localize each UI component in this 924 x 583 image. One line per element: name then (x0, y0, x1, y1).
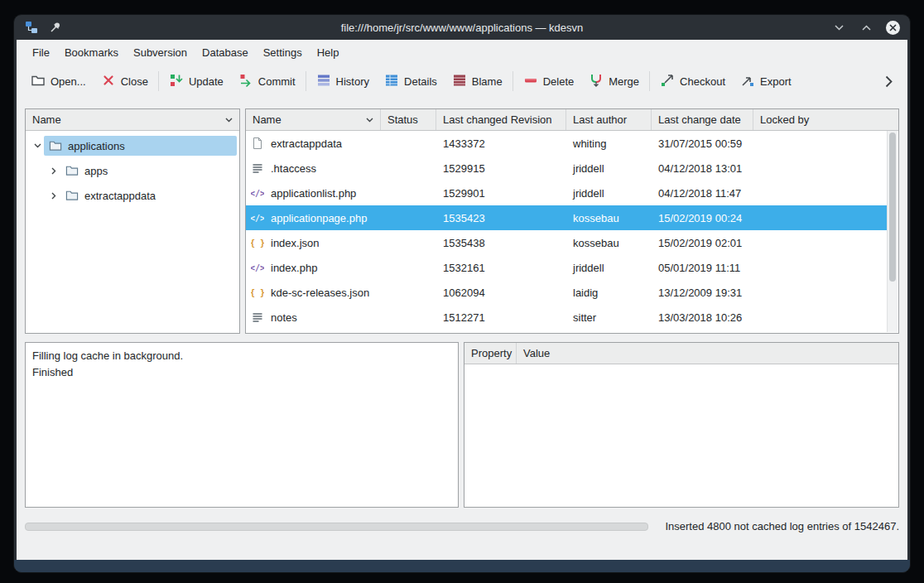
details-icon (384, 73, 399, 90)
details-button[interactable]: Details (377, 68, 445, 95)
generic-file-icon (251, 137, 264, 150)
merge-button[interactable]: Merge (581, 68, 647, 95)
maximize-button[interactable] (859, 20, 873, 35)
collapse-arrow-icon[interactable] (31, 143, 44, 148)
table-row[interactable]: </> applicationlist.php 1529901 jriddell… (246, 181, 888, 205)
menu-bookmarks[interactable]: Bookmarks (57, 46, 126, 59)
tree-item-label: extractappdata (84, 190, 156, 202)
menu-help[interactable]: Help (310, 46, 347, 59)
blame-icon (452, 73, 467, 90)
blame-button[interactable]: Blame (445, 68, 510, 95)
tree-item-extractappdata[interactable]: extractappdata (26, 183, 239, 208)
history-button[interactable]: History (309, 68, 377, 95)
checkout-icon (660, 73, 675, 90)
toolbar-separator (513, 71, 513, 91)
column-header-locked[interactable]: Locked by (753, 109, 898, 130)
export-icon (740, 73, 755, 90)
tree-header-name[interactable]: Name (26, 109, 239, 131)
json-file-icon: { } (251, 286, 264, 299)
php-file-icon: </> (251, 186, 264, 200)
delete-button[interactable]: Delete (516, 68, 582, 95)
svg-text:{ }: { } (251, 238, 264, 248)
toolbar-separator (306, 71, 306, 91)
repository-tree-panel: Name applications (25, 108, 240, 334)
menu-settings[interactable]: Settings (256, 46, 310, 59)
menu-file[interactable]: File (25, 46, 57, 59)
table-row[interactable]: { } kde-sc-releases.json 1062094 laidig … (246, 280, 888, 305)
svg-text:{ }: { } (251, 288, 264, 297)
window-title: file:///home/jr/src/www/www/applications… (14, 22, 910, 34)
table-row-selected[interactable]: </> applicationpage.php 1535423 kossebau… (246, 205, 888, 230)
column-header-status[interactable]: Status (381, 109, 436, 130)
file-list-panel: Name Status Last changed Revision Last a… (245, 108, 899, 334)
toolbar-overflow-button[interactable] (877, 72, 901, 91)
table-row[interactable]: </> index.php 1532161 jriddell 05/01/201… (246, 255, 888, 280)
svn-commit-icon (238, 73, 253, 90)
properties-header: Property Value (464, 343, 898, 364)
table-row[interactable]: { } index.json 1535438 kossebau 15/02/20… (246, 230, 888, 255)
tree-item-label: applications (68, 140, 125, 152)
kdesvn-app-icon[interactable] (24, 20, 39, 35)
window-frame-bottom (14, 560, 910, 572)
close-button[interactable] (886, 21, 900, 35)
svg-text:</>: </> (251, 263, 264, 272)
expand-arrow-icon[interactable] (47, 192, 60, 200)
column-header-name[interactable]: Name (246, 109, 381, 130)
delete-icon (523, 73, 538, 90)
tree-body: applications apps (26, 131, 239, 333)
checkout-button[interactable]: Checkout (652, 68, 733, 95)
progress-bar (25, 523, 648, 531)
open-button[interactable]: Open... (23, 68, 94, 95)
svg-text:</>: </> (251, 214, 264, 223)
table-row[interactable]: .htaccess 1529915 jriddell 04/12/2018 13… (246, 156, 888, 181)
kdesvn-window: file:///home/jr/src/www/www/applications… (13, 14, 911, 573)
status-message: Inserted 4800 not cached log entries of … (665, 520, 899, 532)
column-header-revision[interactable]: Last changed Revision (436, 109, 566, 130)
expand-arrow-icon[interactable] (47, 167, 60, 175)
tree-item-apps[interactable]: apps (26, 158, 239, 183)
main-split: Name applications (25, 108, 899, 334)
toolbar-separator (649, 71, 650, 91)
folder-open-icon (31, 73, 46, 90)
document-close-icon (101, 73, 116, 90)
vertical-scrollbar[interactable] (887, 131, 898, 332)
scrollbar-thumb[interactable] (889, 132, 896, 282)
titlebar[interactable]: file:///home/jr/src/www/www/applications… (14, 15, 910, 40)
history-icon (316, 73, 331, 90)
menu-subversion[interactable]: Subversion (126, 46, 195, 59)
bottom-split: Filling log cache in background. Finishe… (25, 342, 899, 508)
toolbar-separator (158, 71, 159, 91)
pin-icon[interactable] (48, 20, 63, 35)
php-file-icon: </> (251, 211, 264, 224)
menubar: File Bookmarks Subversion Database Setti… (17, 40, 907, 65)
export-button[interactable]: Export (733, 68, 799, 95)
menu-database[interactable]: Database (195, 46, 256, 59)
chevron-down-icon (225, 118, 233, 123)
table-row[interactable]: notes 1512271 sitter 13/03/2018 10:26 (246, 305, 888, 330)
column-header-value[interactable]: Value (517, 343, 898, 364)
log-output-panel: Filling log cache in background. Finishe… (25, 342, 459, 508)
file-table-body: extractappdata 1433372 whiting 31/07/201… (246, 131, 898, 333)
column-header-property[interactable]: Property (464, 343, 517, 364)
table-row[interactable]: extractappdata 1433372 whiting 31/07/201… (246, 131, 888, 156)
text-file-icon (251, 311, 264, 324)
folder-icon (65, 164, 79, 177)
folder-icon (65, 189, 79, 202)
tree-item-applications[interactable]: applications (26, 133, 239, 158)
update-button[interactable]: Update (161, 68, 231, 95)
column-header-date[interactable]: Last change date (652, 109, 753, 130)
close-button-toolbar[interactable]: Close (94, 68, 156, 95)
tree-item-label: apps (84, 165, 108, 177)
commit-button[interactable]: Commit (231, 68, 303, 95)
log-line: Filling log cache in background. (32, 348, 451, 364)
php-file-icon: </> (251, 261, 264, 274)
statusbar: Inserted 4800 not cached log entries of … (25, 520, 899, 532)
window-content: File Bookmarks Subversion Database Setti… (17, 40, 907, 560)
keep-below-button[interactable] (831, 20, 846, 35)
column-header-author[interactable]: Last author (566, 109, 652, 130)
folder-icon (49, 139, 62, 152)
merge-icon (589, 73, 604, 90)
main-toolbar: Open... Close Update Commit History (17, 65, 907, 98)
svg-text:</>: </> (251, 189, 264, 198)
text-file-icon (251, 161, 264, 175)
